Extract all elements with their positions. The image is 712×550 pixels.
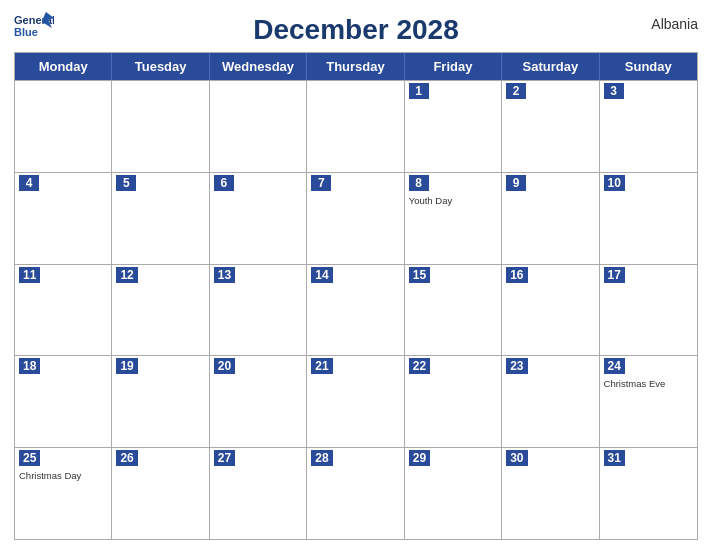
- day-cell: 18: [15, 356, 112, 447]
- day-header-tuesday: Tuesday: [112, 53, 209, 80]
- day-number: 23: [506, 358, 527, 374]
- day-cell: 15: [405, 265, 502, 356]
- day-header-monday: Monday: [15, 53, 112, 80]
- day-cell: 7: [307, 173, 404, 264]
- week-row-4: 18192021222324Christmas Eve: [15, 355, 697, 447]
- day-number: 18: [19, 358, 40, 374]
- week-row-2: 45678Youth Day910: [15, 172, 697, 264]
- day-cell: 21: [307, 356, 404, 447]
- day-headers-row: MondayTuesdayWednesdayThursdayFridaySatu…: [15, 53, 697, 80]
- day-cell: 28: [307, 448, 404, 539]
- calendar-grid: MondayTuesdayWednesdayThursdayFridaySatu…: [14, 52, 698, 540]
- country-label: Albania: [651, 16, 698, 32]
- day-cell: [210, 81, 307, 172]
- day-cell: 14: [307, 265, 404, 356]
- logo-icon: General Blue: [14, 10, 54, 38]
- day-number: 7: [311, 175, 331, 191]
- day-cell: 3: [600, 81, 697, 172]
- day-number: 11: [19, 267, 40, 283]
- day-number: 25: [19, 450, 40, 466]
- day-header-friday: Friday: [405, 53, 502, 80]
- week-row-3: 11121314151617: [15, 264, 697, 356]
- day-cell: 16: [502, 265, 599, 356]
- day-number: 17: [604, 267, 625, 283]
- day-cell: [112, 81, 209, 172]
- day-cell: 17: [600, 265, 697, 356]
- day-number: 5: [116, 175, 136, 191]
- weeks-container: 12345678Youth Day91011121314151617181920…: [15, 80, 697, 539]
- day-cell: 2: [502, 81, 599, 172]
- day-number: 16: [506, 267, 527, 283]
- event-label: Christmas Eve: [604, 378, 693, 389]
- day-number: 9: [506, 175, 526, 191]
- day-number: 20: [214, 358, 235, 374]
- calendar-title: December 2028: [253, 14, 458, 46]
- day-cell: 29: [405, 448, 502, 539]
- day-number: 30: [506, 450, 527, 466]
- day-cell: 12: [112, 265, 209, 356]
- day-number: 10: [604, 175, 625, 191]
- day-number: 8: [409, 175, 429, 191]
- day-header-thursday: Thursday: [307, 53, 404, 80]
- day-cell: 31: [600, 448, 697, 539]
- day-cell: 11: [15, 265, 112, 356]
- day-number: 15: [409, 267, 430, 283]
- week-row-1: 123: [15, 80, 697, 172]
- day-cell: 24Christmas Eve: [600, 356, 697, 447]
- day-number: 28: [311, 450, 332, 466]
- week-row-5: 25Christmas Day262728293031: [15, 447, 697, 539]
- day-cell: 30: [502, 448, 599, 539]
- day-cell: 19: [112, 356, 209, 447]
- day-number: 14: [311, 267, 332, 283]
- day-cell: 22: [405, 356, 502, 447]
- day-number: 29: [409, 450, 430, 466]
- day-number: 2: [506, 83, 526, 99]
- calendar-header: General Blue December 2028 Albania: [14, 10, 698, 46]
- day-cell: 13: [210, 265, 307, 356]
- day-number: 26: [116, 450, 137, 466]
- day-cell: 10: [600, 173, 697, 264]
- day-cell: 1: [405, 81, 502, 172]
- day-cell: 20: [210, 356, 307, 447]
- day-number: 12: [116, 267, 137, 283]
- day-cell: 26: [112, 448, 209, 539]
- logo: General Blue: [14, 10, 54, 38]
- day-cell: 8Youth Day: [405, 173, 502, 264]
- day-cell: [307, 81, 404, 172]
- day-number: 6: [214, 175, 234, 191]
- day-cell: 5: [112, 173, 209, 264]
- day-number: 22: [409, 358, 430, 374]
- day-cell: 23: [502, 356, 599, 447]
- day-cell: 27: [210, 448, 307, 539]
- day-number: 24: [604, 358, 625, 374]
- day-number: 27: [214, 450, 235, 466]
- day-header-sunday: Sunday: [600, 53, 697, 80]
- day-cell: 4: [15, 173, 112, 264]
- svg-text:Blue: Blue: [14, 26, 38, 38]
- event-label: Youth Day: [409, 195, 497, 206]
- day-cell: 25Christmas Day: [15, 448, 112, 539]
- day-cell: 6: [210, 173, 307, 264]
- day-number: 31: [604, 450, 625, 466]
- day-cell: 9: [502, 173, 599, 264]
- day-header-wednesday: Wednesday: [210, 53, 307, 80]
- day-number: 4: [19, 175, 39, 191]
- day-cell: [15, 81, 112, 172]
- day-number: 13: [214, 267, 235, 283]
- day-number: 21: [311, 358, 332, 374]
- event-label: Christmas Day: [19, 470, 107, 481]
- calendar-container: General Blue December 2028 Albania Monda…: [0, 0, 712, 550]
- day-number: 1: [409, 83, 429, 99]
- day-header-saturday: Saturday: [502, 53, 599, 80]
- day-number: 3: [604, 83, 624, 99]
- day-number: 19: [116, 358, 137, 374]
